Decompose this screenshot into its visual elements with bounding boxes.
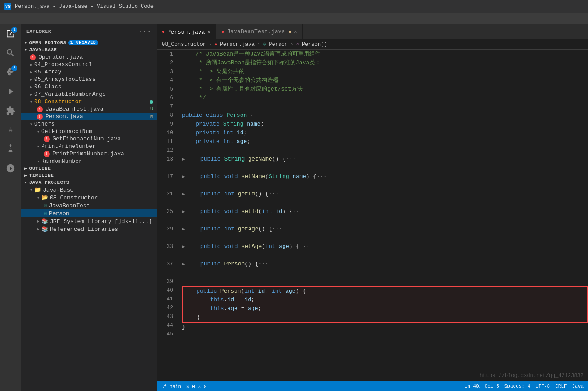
breadcrumb-constructor[interactable]: 08_Constructor xyxy=(162,42,206,48)
fold-arrow-17[interactable]: ▶ xyxy=(182,172,185,181)
explorer-activity-icon[interactable]: 1 xyxy=(4,28,17,40)
line-numbers: 1 2 3 4 5 6 7 8 9 10 11 12 13 17 21 25 xyxy=(157,50,178,381)
fold-arrow-13[interactable]: ▶ xyxy=(182,155,185,164)
constructor-project-folder[interactable]: ▾ 📂 08_Constructor xyxy=(21,194,157,202)
sidebar: EXPLORER ··· ▾ OPEN EDITORS 1 UNSAVED ▾ … xyxy=(21,24,157,391)
tab-person-close[interactable]: ✕ xyxy=(207,29,210,35)
tab-javabean-error-icon: ● xyxy=(221,29,224,35)
code-line-gap1 xyxy=(182,164,588,172)
person-class-item[interactable]: ⚛ Person xyxy=(21,209,157,217)
error-count[interactable]: ✕ 0 ⚠ 0 xyxy=(186,384,206,389)
breadcrumb-person-java[interactable]: Person.java xyxy=(220,42,255,48)
explorer-title: EXPLORER xyxy=(26,29,51,34)
open-editors-section[interactable]: ▾ OPEN EDITORS 1 UNSAVED xyxy=(21,39,157,46)
timeline-label: TIMELINE xyxy=(29,173,54,178)
java-projects-activity-icon[interactable]: ☕ xyxy=(4,124,17,136)
code-line-43: } xyxy=(183,313,587,322)
varargs-label: 07_VariableNumberArgs xyxy=(34,91,106,98)
arrays-tool-chevron: ▶ xyxy=(30,77,32,82)
get-fibonacci-file[interactable]: ! GetFibonacciNum.java xyxy=(21,135,157,143)
fold-arrow-25[interactable]: ▶ xyxy=(182,207,185,216)
app-icon: VS xyxy=(4,3,11,10)
title-bar: VS Person.java - Java-Base - Visual Stud… xyxy=(0,0,588,13)
fold-arrow-29[interactable]: ▶ xyxy=(182,225,185,234)
referenced-libraries-item[interactable]: ▶ 📚 Referenced Libraries xyxy=(21,225,157,233)
run-debug-activity-icon[interactable] xyxy=(4,85,17,98)
constructor-label: 08_Constructor xyxy=(34,98,82,105)
code-line-29: ▶ public int getAge() {··· xyxy=(182,225,588,234)
code-line-11: private int age; xyxy=(182,137,588,146)
get-fib-error-icon: ! xyxy=(44,136,50,142)
explorer-menu-button[interactable]: ··· xyxy=(138,28,151,35)
code-line-5: * > 有属性，且有对应的get/set方法 xyxy=(182,85,588,94)
arrays-tool-label: 05_ArraysToolClass xyxy=(34,76,95,83)
array-chevron: ▶ xyxy=(30,70,32,75)
code-editor[interactable]: 1 2 3 4 5 6 7 8 9 10 11 12 13 17 21 25 xyxy=(157,50,588,381)
print-prime-chevron: ▾ xyxy=(37,144,39,149)
jre-chevron: ▶ xyxy=(37,219,39,224)
tab-javabean-close[interactable]: ✕ xyxy=(294,29,297,35)
tab-person-java[interactable]: ● Person.java ✕ xyxy=(157,24,216,39)
source-control-activity-icon[interactable]: 3 xyxy=(4,66,17,78)
code-line-1: /* JavaBean是一种Java语言写成的可重用组件 xyxy=(182,50,588,59)
java-projects-section[interactable]: ▾ JAVA PROJECTS xyxy=(21,179,157,186)
outline-section[interactable]: ▶ OUTLINE xyxy=(21,165,157,172)
java-base-section[interactable]: ▾ JAVA-BASE xyxy=(21,46,157,53)
fold-arrow-21[interactable]: ▶ xyxy=(182,190,185,199)
encoding[interactable]: UTF-8 xyxy=(536,384,550,389)
spaces[interactable]: Spaces: 4 xyxy=(504,384,530,389)
breadcrumb-person-class[interactable]: Person xyxy=(269,42,287,48)
javabean-class-item[interactable]: ⚛ JavaBeanTest xyxy=(21,202,157,209)
javabean-class-icon: ⚛ xyxy=(44,202,47,209)
java-base-project[interactable]: ▾ 📁 Java-Base xyxy=(21,186,157,194)
constructor-green-dot xyxy=(150,100,153,104)
breadcrumb-person-method[interactable]: Person() xyxy=(302,42,327,48)
code-line-39 xyxy=(182,277,588,286)
status-right: Ln 40, Col 5 Spaces: 4 UTF-8 CRLF Java xyxy=(465,384,584,389)
code-line-gap6 xyxy=(182,251,588,260)
language[interactable]: Java xyxy=(572,384,584,389)
testing-activity-icon[interactable] xyxy=(4,143,17,155)
unsaved-badge: 1 UNSAVED xyxy=(68,40,98,45)
fold-arrow-33[interactable]: ▶ xyxy=(182,242,185,251)
cursor-position[interactable]: Ln 40, Col 5 xyxy=(465,384,499,389)
constructor-chevron: ▾ xyxy=(30,99,32,105)
git-branch[interactable]: ⎇ main xyxy=(161,384,181,389)
line-ending[interactable]: CRLF xyxy=(555,384,567,389)
print-prime-folder[interactable]: ▾ PrintPrimeNumber xyxy=(21,143,157,150)
code-line-13: ▶ public String getName() {··· xyxy=(182,155,588,164)
jre-lib-icon: 📚 xyxy=(41,218,48,225)
git-lens-activity-icon[interactable] xyxy=(4,162,17,175)
code-line-25: ▶ public void setId(int id) {··· xyxy=(182,207,588,216)
person-file[interactable]: ! Person.java M xyxy=(21,113,157,120)
class-folder[interactable]: ▶ 06_Class xyxy=(21,83,157,91)
breadcrumb-method-icon: ○ xyxy=(296,42,299,48)
java-base-label: JAVA-BASE xyxy=(29,47,57,52)
java-base-project-icon: 📁 xyxy=(34,186,41,193)
tab-person-error-icon: ● xyxy=(162,29,165,35)
array-folder[interactable]: ▶ 05_Array xyxy=(21,68,157,76)
tab-person-label: Person.java xyxy=(168,29,205,35)
varargs-folder[interactable]: ▶ 07_VariableNumberArgs xyxy=(21,91,157,98)
timeline-section[interactable]: ▶ TIMELINE xyxy=(21,172,157,179)
code-line-40: public Person(int id, int age) { xyxy=(183,287,587,296)
extensions-activity-icon[interactable] xyxy=(4,105,17,117)
print-prime-file[interactable]: ! PrintPrimeNumber.java xyxy=(21,150,157,157)
arrays-tool-folder[interactable]: ▶ 05_ArraysToolClass xyxy=(21,76,157,83)
random-chevron: ▾ xyxy=(37,159,39,164)
jre-library-item[interactable]: ▶ 📚 JRE System Library [jdk-11...] xyxy=(21,217,157,225)
constructor-proj-chevron: ▾ xyxy=(37,195,39,200)
tab-javabean-test[interactable]: ● JavaBeanTest.java ● ✕ xyxy=(216,24,302,39)
others-section[interactable]: ▾ Others xyxy=(21,120,157,128)
java-base-project-chevron: ▾ xyxy=(30,187,32,192)
code-line-21: ▶ public int getId() {··· xyxy=(182,190,588,199)
random-number-folder[interactable]: ▾ RandomNumber xyxy=(21,157,157,165)
code-line-38 xyxy=(182,269,588,277)
process-control-folder[interactable]: ▶ 04_ProcessControl xyxy=(21,61,157,68)
operator-file[interactable]: ! Operator.java xyxy=(21,53,157,61)
search-activity-icon[interactable] xyxy=(4,47,17,59)
fold-arrow-37[interactable]: ▶ xyxy=(182,260,185,269)
javabean-test-file[interactable]: ! JavaBeanTest.java U xyxy=(21,105,157,113)
constructor-folder[interactable]: ▾ 08_Constructor xyxy=(21,98,157,105)
get-fibonacci-folder[interactable]: ▾ GetFibonacciNum xyxy=(21,128,157,135)
